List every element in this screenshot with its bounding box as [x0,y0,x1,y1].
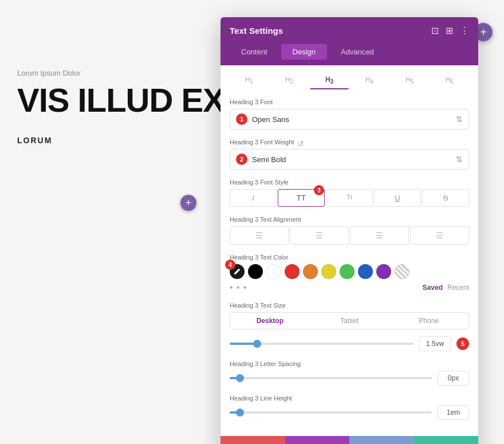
fullscreen-icon[interactable]: ⊡ [431,25,439,36]
h5-tab[interactable]: H5 [390,72,429,89]
h2-tab[interactable]: H2 [270,72,309,89]
color-swatches-row: 4 [230,264,469,279]
font-select[interactable]: 1 Open Sans ⇅ [230,109,469,129]
h1-tab[interactable]: H1 [230,72,269,89]
style-section: Heading 3 Font Style I TT 3 Tt U S [230,179,469,207]
pencil-icon [233,268,241,276]
panel-body: H1 H2 H3 H4 H5 H6 Heading 3 Font 1 Open … [220,65,478,436]
h4-tab[interactable]: H4 [350,72,389,89]
italic-btn[interactable]: I [230,189,277,207]
swatch-orange[interactable] [303,264,318,279]
size-slider-track[interactable] [230,343,414,345]
weight-label-row: Heading 3 Font Weight ↺ [230,139,469,149]
canvas-add-button[interactable]: + [180,195,196,211]
heading-tabs: H1 H2 H3 H4 H5 H6 [230,72,469,89]
panel-header: Text Settings ⊡ ⊞ ⋮ [220,17,478,44]
line-height-value[interactable]: 1em [438,405,469,420]
style-buttons: I TT 3 Tt U S [230,189,469,207]
font-value: Open Sans [252,115,456,124]
style-label: Heading 3 Font Style [230,179,469,186]
font-arrow: ⇅ [456,115,463,124]
panel-title: Text Settings [230,26,283,36]
line-height-track[interactable] [230,411,432,414]
swatch-blue[interactable] [358,264,373,279]
letter-spacing-slider-row: 0px [230,371,469,386]
tab-bar: Content Design Advanced [220,44,478,65]
line-height-thumb[interactable] [236,408,244,417]
recent-label[interactable]: Recent [447,284,469,292]
step-badge-3: 3 [314,185,324,195]
letter-spacing-section: Heading 3 Letter Spacing 0px [230,360,469,386]
line-height-section: Heading 3 Line Height 1em [230,395,469,420]
swatch-transparent[interactable] [395,264,410,279]
swatch-white[interactable] [266,264,281,279]
device-tab-desktop[interactable]: Desktop [230,313,310,329]
redo-button[interactable]: ↻ [349,436,414,444]
align-right-btn[interactable]: ☰ [350,226,409,245]
align-justify-btn[interactable]: ☰ [410,226,469,245]
swatch-yellow[interactable] [321,264,336,279]
strike-btn[interactable]: S [422,189,469,207]
columns-icon[interactable]: ⊞ [446,25,453,36]
tab-content[interactable]: Content [230,44,279,60]
swatch-red[interactable] [285,264,300,279]
weight-reset-icon[interactable]: ↺ [297,139,304,148]
confirm-button[interactable]: ✓ [414,436,479,444]
weight-arrow: ⇅ [456,155,463,164]
capitalize-btn[interactable]: Tt [326,189,373,207]
color-label: Heading 3 Text Color [230,254,469,261]
size-value-box[interactable]: 1.5vw [419,336,451,351]
letter-spacing-track[interactable] [230,377,432,379]
underline-btn[interactable]: U [374,189,421,207]
device-tab-tablet[interactable]: Tablet [310,313,389,329]
letter-spacing-label: Heading 3 Letter Spacing [230,360,469,367]
saved-label[interactable]: Saved [423,284,443,292]
uppercase-btn[interactable]: TT 3 [278,189,325,207]
step-badge-1: 1 [236,113,247,125]
color-dots: • • • [230,282,247,293]
step-badge-5: 5 [456,337,469,350]
swatch-purple[interactable] [376,264,391,279]
align-left-btn[interactable]: ☰ [230,226,289,245]
size-slider-thumb[interactable] [253,340,261,348]
h3-tab[interactable]: H3 [310,72,349,89]
alignment-label: Heading 3 Text Alignment [230,216,469,223]
font-section: Heading 3 Font 1 Open Sans ⇅ [230,99,469,129]
letter-spacing-value[interactable]: 0px [438,371,469,386]
align-center-btn[interactable]: ☰ [290,226,349,245]
weight-label: Heading 3 Font Weight [230,139,294,146]
size-section: Heading 3 Text Size Desktop Tablet Phone… [230,302,469,351]
weight-select[interactable]: 2 Semi Bold ⇅ [230,149,469,170]
align-buttons: ☰ ☰ ☰ ☰ [230,226,469,245]
line-height-label: Heading 3 Line Height [230,395,469,402]
reset-button[interactable]: ↺ [285,436,350,444]
line-height-slider-row: 1em [230,405,469,420]
swatch-black[interactable] [248,264,263,279]
h6-tab[interactable]: H6 [430,72,469,89]
step-badge-2: 2 [236,154,247,165]
font-label: Heading 3 Font [230,99,469,105]
settings-panel: Text Settings ⊡ ⊞ ⋮ Content Design Advan… [220,17,478,444]
cancel-button[interactable]: ✕ [220,436,285,444]
color-picker-wrapper: 4 [230,264,245,279]
weight-section: Heading 3 Font Weight ↺ 2 Semi Bold ⇅ [230,139,469,170]
size-slider-row: 1.5vw 5 [230,336,469,351]
tab-design[interactable]: Design [281,44,327,60]
more-icon[interactable]: ⋮ [460,25,469,36]
color-saved-row: • • • Saved Recent [230,282,469,293]
color-section: Heading 3 Text Color 4 [230,254,469,293]
panel-header-icons: ⊡ ⊞ ⋮ [431,25,469,36]
weight-value: Semi Bold [252,155,456,164]
swatch-green[interactable] [340,264,355,279]
alignment-section: Heading 3 Text Alignment ☰ ☰ ☰ ☰ [230,216,469,245]
letter-spacing-thumb[interactable] [236,374,244,382]
device-tabs: Desktop Tablet Phone [230,312,469,329]
tab-advanced[interactable]: Advanced [329,44,385,60]
action-bar: ✕ ↺ ↻ ✓ [220,436,478,444]
device-tab-phone[interactable]: Phone [389,313,468,329]
size-label: Heading 3 Text Size [230,302,469,309]
